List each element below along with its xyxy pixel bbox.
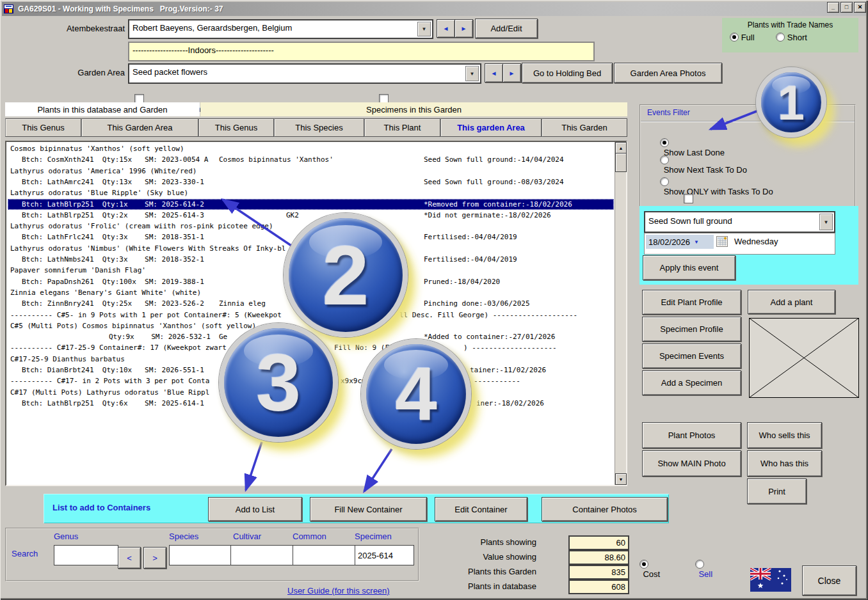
window-title: GA629S01 - Working with Specimens Prog.V… [18, 4, 223, 13]
search-panel: Search Genus Species Cultivar Common Spe… [5, 528, 419, 581]
tab-this-garden-area[interactable]: This garden Area [440, 118, 542, 137]
add-a-specimen-button[interactable]: Add a Specimen [642, 370, 741, 395]
scroll-up-icon[interactable]: ▲ [615, 142, 627, 154]
plants-showing-label: Plants showing [435, 537, 536, 547]
tab-this-genus[interactable]: This Genus [198, 118, 274, 137]
list-row[interactable]: Lathyrus odoratus 'Blue Ripple' (Sky blu… [8, 187, 614, 198]
apply-event-panel: Seed Sown full ground ▼ 18/02/2026 ▼ Wed… [639, 206, 858, 285]
user-guide-link[interactable]: User Guide (for this screen) [287, 586, 390, 596]
container-bar-label: List to add to Containers [52, 503, 150, 512]
scroll-down-icon[interactable]: ▼ [615, 473, 627, 485]
garden-next-button[interactable]: ► [502, 63, 521, 83]
plant-photos-button[interactable]: Plant Photos [642, 422, 741, 448]
chevron-down-icon[interactable]: ▼ [819, 214, 833, 230]
species-search-input[interactable] [169, 545, 234, 565]
close-icon[interactable]: ✕ [854, 2, 866, 13]
minimize-icon[interactable]: _ [827, 2, 839, 13]
specimens-header: Specimens in this Garden [200, 102, 627, 116]
tab-this-garden[interactable]: This Garden [542, 118, 627, 137]
arrow-right-icon: ► [509, 70, 515, 77]
scroll-thumb[interactable] [615, 153, 627, 172]
maximize-icon[interactable]: □ [840, 2, 853, 13]
common-search-input[interactable] [293, 545, 355, 565]
show-only-tasks-radio[interactable] [660, 177, 669, 186]
container-photos-button[interactable]: Container Photos [542, 497, 668, 521]
annotation-circle-2: 2 [284, 213, 408, 337]
garden-area-combobox[interactable]: Seed packet flowers ▼ [128, 63, 481, 84]
specimen-events-button[interactable]: Specimen Events [642, 343, 741, 368]
add-a-plant-button[interactable]: Add a plant [748, 290, 835, 314]
who-has-this-button[interactable]: Who has this [747, 450, 822, 477]
location-field[interactable]: --------------------Indoors-------------… [128, 42, 595, 61]
event-type-value: Seed Sown full ground [648, 216, 732, 226]
trade-names-title: Plants with Trade Names [722, 20, 858, 29]
chevron-down-icon[interactable]: ▼ [417, 22, 431, 36]
owner-value: Robert Baeyens, Geraardsbergen, Belgium [133, 23, 292, 33]
plants-showing-value: 60 [568, 535, 629, 550]
specimen-column-label: Specimen [355, 532, 392, 541]
list-row[interactable]: Lathyrus odoratus 'America' 1996 (White/… [8, 166, 614, 177]
tab-this-genus[interactable]: This Genus [5, 118, 81, 137]
who-sells-this-button[interactable]: Who sells this [747, 422, 822, 448]
sell-label: Sell [698, 569, 712, 579]
event-date-picker[interactable]: 18/02/2026 ▼ Wednesday [644, 233, 835, 255]
event-date-value: 18/02/2026 [648, 237, 690, 247]
events-filter-panel: Events Filter Show Last Done Show Next T… [639, 104, 856, 207]
tab-this-garden-area[interactable]: This Garden Area [81, 118, 198, 137]
fill-new-container-button[interactable]: Fill New Container [310, 497, 427, 521]
plants-in-database-label: Plants in database [435, 581, 536, 591]
trade-names-panel: Plants with Trade Names Full Short [722, 18, 858, 52]
list-row-selected[interactable]: Btch: LathBlrp251 Qty:1x SM: 2025-614-2*… [8, 199, 614, 210]
edit-plant-profile-button[interactable]: Edit Plant Profile [642, 290, 741, 315]
chevron-down-icon[interactable]: ▼ [465, 66, 479, 81]
cost-radio[interactable] [639, 560, 648, 569]
list-row[interactable]: Btch: LathBlrp251 Qty:2x SM: 2025-614-3G… [8, 210, 614, 221]
garden-area-photos-button[interactable]: Garden Area Photos [614, 63, 722, 83]
owner-prev-button[interactable]: ◄ [437, 19, 455, 38]
calendar-icon[interactable] [716, 236, 728, 247]
tab-this-species[interactable]: This Species [274, 118, 364, 137]
annotation-circle-3: 3 [219, 323, 338, 442]
sell-radio[interactable] [695, 560, 704, 569]
cultivar-search-input[interactable] [230, 545, 293, 565]
value-showing-value: 88.60 [568, 550, 629, 565]
garden-prev-button[interactable]: ◄ [485, 63, 503, 83]
plants-in-database-value: 608 [568, 580, 629, 594]
list-row[interactable]: Cosmos bipinnatus 'Xanthos' (soft yellow… [8, 143, 614, 154]
search-prev-button[interactable]: < [118, 547, 141, 569]
species-column-label: Species [169, 532, 198, 541]
date-dropdown-icon[interactable]: ▼ [694, 239, 699, 245]
tab-bar: This GenusThis Garden AreaThis GenusThis… [5, 118, 627, 138]
show-main-photo-button[interactable]: Show MAIN Photo [642, 450, 741, 477]
specimen-profile-button[interactable]: Specimen Profile [642, 317, 741, 342]
trade-full-label: Full [741, 33, 755, 42]
annotation-circle-1: 1 [756, 67, 826, 138]
title-bar[interactable]: GA629S01 - Working with Specimens Prog.V… [2, 2, 866, 16]
owner-next-button[interactable]: ► [454, 19, 473, 38]
list-row[interactable]: Btch: LathAmrc241 Qty:13x SM: 2023-330-1… [8, 177, 614, 187]
common-column-label: Common [293, 532, 326, 541]
specimen-search-input[interactable] [355, 545, 414, 565]
this-year-only-checkbox[interactable] [684, 194, 693, 203]
list-row[interactable]: Btch: CosmXnth241 Qty:15x SM: 2023-0054 … [8, 154, 614, 165]
trade-full-radio[interactable] [730, 33, 739, 42]
genus-search-input[interactable] [54, 545, 118, 565]
event-type-combobox[interactable]: Seed Sown full ground ▼ [644, 211, 835, 233]
app-window: GA629S01 - Working with Specimens Prog.V… [0, 0, 868, 600]
annotation-circle-4: 4 [361, 339, 471, 449]
apply-this-event-button[interactable]: Apply this event [643, 255, 735, 280]
trade-short-radio[interactable] [776, 33, 785, 42]
tab-this-plant[interactable]: This Plant [364, 118, 440, 137]
arrow-left-icon: ◄ [443, 25, 449, 32]
close-button[interactable]: Close [802, 565, 856, 596]
scrollbar[interactable]: ▲ ▼ [615, 142, 626, 485]
show-next-task-radio[interactable] [660, 155, 669, 164]
add-edit-button[interactable]: Add/Edit [475, 19, 538, 38]
edit-container-button[interactable]: Edit Container [435, 497, 527, 521]
trade-short-label: Short [787, 33, 807, 42]
owner-combobox[interactable]: Robert Baeyens, Geraardsbergen, Belgium … [128, 19, 433, 39]
go-to-holding-bed-button[interactable]: Go to Holding Bed [522, 63, 613, 83]
search-next-button[interactable]: > [143, 547, 166, 569]
print-button[interactable]: Print [747, 478, 807, 504]
add-to-list-button[interactable]: Add to List [208, 497, 302, 521]
